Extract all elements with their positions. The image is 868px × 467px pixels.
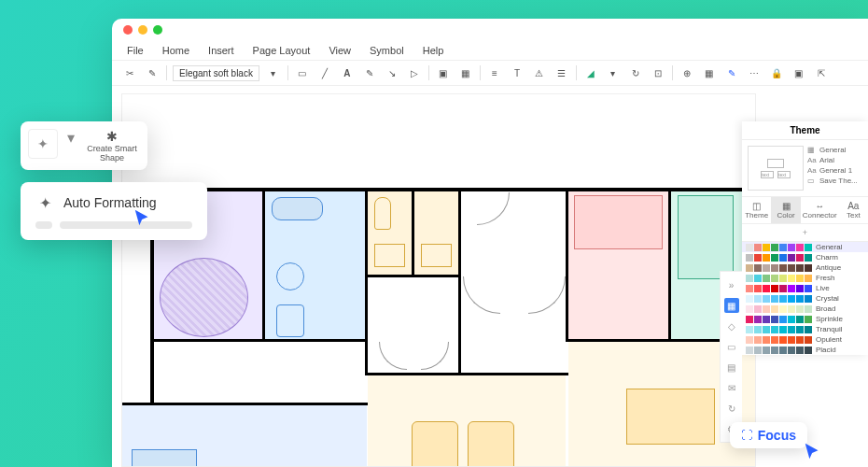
slider[interactable] [35, 221, 192, 229]
history-nav-icon[interactable]: ↻ [724, 401, 739, 416]
image-icon[interactable]: ▦ [701, 64, 718, 81]
palette-row[interactable]: Opulent [742, 334, 868, 345]
fill-icon[interactable]: ◢ [582, 64, 599, 81]
menu-help[interactable]: Help [423, 45, 444, 56]
pointer-icon[interactable]: ▷ [406, 64, 423, 81]
layers-nav-icon[interactable]: ▤ [724, 360, 739, 375]
palette-row[interactable]: General [742, 242, 868, 252]
cycle-icon[interactable]: ↻ [627, 64, 644, 81]
theme-opt[interactable]: ▭Save The... [807, 177, 858, 185]
theme-tab-connector[interactable]: ↔Connector [801, 197, 839, 223]
theme-tab-theme[interactable]: ◫Theme [742, 197, 771, 223]
add-palette-button[interactable]: + [742, 224, 868, 242]
close-window-button[interactable] [123, 25, 133, 35]
theme-thumb[interactable]: texttext [748, 146, 804, 191]
create-smart-shape-button[interactable]: ✱ Create Smart Shape [84, 129, 140, 163]
palette-row[interactable]: Placid [742, 345, 868, 355]
dropdown-icon[interactable]: ▾ [265, 64, 282, 81]
palette-row[interactable]: Fresh [742, 273, 868, 283]
titlebar [112, 19, 868, 41]
theme-tab-text[interactable]: AaText [839, 197, 868, 223]
theme-tabs: ◫Theme▦Color↔ConnectorAaText [742, 196, 868, 224]
palette-row[interactable]: Crystal [742, 293, 868, 304]
collapse-icon[interactable]: » [724, 277, 739, 292]
crop-icon[interactable]: ⊡ [650, 64, 666, 81]
page-nav-icon[interactable]: ▭ [724, 339, 739, 354]
menu-view[interactable]: View [329, 45, 351, 56]
cursor-icon [803, 442, 823, 462]
menu-file[interactable]: File [127, 45, 144, 56]
font-select[interactable]: Elegant soft black [173, 65, 259, 81]
smart-shape-popup: ✦ ▾ ✱ Create Smart Shape [21, 121, 147, 170]
theme-panel-title: Theme [742, 121, 868, 140]
focus-button[interactable]: ⛶ Focus [730, 422, 807, 448]
create-smart-shape-label: Create Smart Shape [84, 144, 140, 163]
floorplan [150, 122, 756, 467]
layers-icon[interactable]: ▣ [435, 64, 452, 81]
theme-preview: texttext ▦GeneralAaArialAaGeneral 1▭Save… [742, 140, 868, 196]
menu-symbol[interactable]: Symbol [370, 45, 404, 56]
share-icon[interactable]: ⇱ [813, 64, 830, 81]
align-icon[interactable]: ≡ [486, 64, 503, 81]
palette-row[interactable]: Tranquil [742, 324, 868, 334]
palette-row[interactable]: Charm [742, 252, 868, 262]
theme-opt[interactable]: AaGeneral 1 [807, 166, 858, 175]
theme-opt[interactable]: AaArial [807, 156, 858, 164]
export-icon[interactable]: ▣ [791, 64, 807, 81]
pen-tool-icon[interactable]: ✎ [361, 64, 378, 81]
auto-formatting-popup: ✦ Auto Formatting [21, 182, 207, 240]
palette-list: GeneralCharmAntiqueFreshLiveCrystalBroad… [742, 242, 868, 355]
toolbar: ✂ ✎ Elegant soft black ▾ ▭ ╱ A ✎ ↘ ▷ ▣ ▦… [112, 60, 868, 86]
bucket-icon[interactable]: ▾ [605, 64, 622, 81]
edit-icon[interactable]: ✎ [723, 64, 740, 81]
theme-tab-color[interactable]: ▦Color [771, 197, 800, 223]
focus-icon: ⛶ [741, 429, 752, 442]
lock-icon[interactable]: 🔒 [768, 64, 785, 81]
warning-icon[interactable]: ⚠ [531, 64, 548, 81]
dropdown-icon[interactable]: ▾ [65, 129, 77, 147]
shape-nav-icon[interactable]: ◇ [724, 318, 739, 333]
rect-tool-icon[interactable]: ▭ [294, 64, 311, 81]
canvas[interactable] [121, 93, 756, 467]
menu-home[interactable]: Home [162, 45, 189, 56]
more-icon[interactable]: ⋯ [746, 64, 763, 81]
palette-row[interactable]: Sprinkle [742, 314, 868, 324]
search-icon[interactable]: ⊕ [679, 64, 695, 81]
theme-icon[interactable]: ▦ [724, 298, 739, 313]
ai-sparkle-icon[interactable]: ✦ [28, 129, 58, 159]
connector-icon[interactable]: ↘ [384, 64, 400, 81]
theme-opt[interactable]: ▦General [807, 146, 858, 154]
text-tool-icon[interactable]: A [339, 64, 356, 81]
menubar: FileHomeInsertPage LayoutViewSymbolHelp [112, 41, 868, 60]
comment-nav-icon[interactable]: ✉ [724, 380, 739, 395]
paint-icon[interactable]: ✎ [144, 64, 161, 81]
text-icon[interactable]: T [509, 64, 525, 81]
grid-icon[interactable]: ▦ [457, 64, 474, 81]
panel-nav-icons: » ▦ ◇ ▭ ▤ ✉ ↻ ⚙ [720, 271, 742, 443]
cut-icon[interactable]: ✂ [121, 64, 138, 81]
palette-row[interactable]: Antique [742, 262, 868, 273]
sparkle-icon: ✦ [35, 193, 54, 212]
minimize-window-button[interactable] [138, 25, 147, 35]
cursor-icon [133, 208, 153, 229]
theme-panel: » ▦ ◇ ▭ ▤ ✉ ↻ ⚙ Theme texttext ▦GeneralA… [742, 121, 868, 355]
line-tool-icon[interactable]: ╱ [316, 64, 333, 81]
menu-page-layout[interactable]: Page Layout [253, 45, 311, 56]
list-icon[interactable]: ☰ [553, 64, 570, 81]
palette-row[interactable]: Broad [742, 304, 868, 314]
palette-row[interactable]: Live [742, 283, 868, 293]
theme-options: ▦GeneralAaArialAaGeneral 1▭Save The... [807, 146, 858, 191]
focus-label: Focus [758, 428, 796, 443]
menu-insert[interactable]: Insert [208, 45, 234, 56]
maximize-window-button[interactable] [153, 25, 162, 35]
